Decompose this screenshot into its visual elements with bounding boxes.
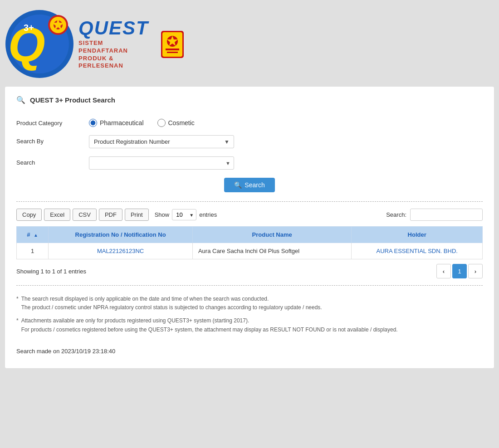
note-star-2: * (16, 317, 19, 334)
csv-button[interactable]: CSV (73, 209, 97, 221)
search-by-label: Search By (16, 135, 89, 145)
cell-reg-no: MAL22126123NC (49, 243, 193, 259)
product-category-label: Product Category (16, 117, 89, 127)
pdf-button[interactable]: PDF (99, 209, 122, 221)
pagination-controls: ‹ 1 › (436, 264, 483, 278)
search-timestamp: Search made on 2023/10/19 23:18:40 (16, 343, 483, 355)
pharmaceutical-label: Pharmaceutical (100, 119, 144, 127)
main-card: 🔍 QUEST 3+ Product Search Product Catego… (5, 86, 494, 369)
search-btn-icon: 🔍 (234, 181, 242, 189)
note-1-line-1: The search result displayed is only appl… (21, 295, 322, 303)
entries-label: entries (199, 211, 217, 218)
card-title: QUEST 3+ Product Search (30, 96, 115, 104)
search-by-control: Product Registration Number Product Name… (89, 135, 483, 148)
table-head: # ▲ Registration No / Notification No Pr… (17, 227, 483, 243)
show-label: Show (155, 211, 170, 218)
col-holder: Holder (352, 227, 483, 243)
radio-pharmaceutical-input[interactable] (89, 119, 97, 127)
svg-rect-12 (166, 49, 179, 50)
entries-select[interactable]: 10 25 50 100 (172, 209, 196, 220)
product-category-controls: Pharmaceutical Cosmetic (89, 117, 483, 127)
product-category-row: Product Category Pharmaceutical Cosmetic (16, 117, 483, 127)
search-input-label: Search (16, 156, 89, 166)
copy-button[interactable]: Copy (16, 209, 42, 221)
footer-notes: * The search result displayed is only ap… (16, 295, 483, 334)
show-entries-area: Show 10 25 50 100 ▼ entries (155, 209, 217, 220)
col-num[interactable]: # ▲ (17, 227, 49, 243)
data-table: # ▲ Registration No / Notification No Pr… (16, 226, 483, 259)
cosmetic-label: Cosmetic (168, 119, 195, 127)
divider-2 (16, 285, 483, 286)
table-search-input[interactable] (410, 209, 483, 221)
cell-num: 1 (17, 243, 49, 259)
logo-subtitle: SISTEM PENDAFTARAN PRODUK & PERLESENAN (78, 39, 154, 70)
note-2-text: Attachments available are only for produ… (21, 317, 398, 334)
radio-cosmetic-input[interactable] (157, 119, 166, 127)
pagination-area: Showing 1 to 1 of 1 entries ‹ 1 › (16, 264, 483, 278)
table-row: 1MAL22126123NCAura Care Sacha Inchi Oil … (17, 243, 483, 259)
holder-link[interactable]: AURA ESSENTIAL SDN. BHD. (377, 248, 458, 254)
col-reg-no: Registration No / Notification No (49, 227, 193, 243)
radio-group: Pharmaceutical Cosmetic (89, 117, 483, 127)
cell-product-name: Aura Care Sacha Inchi Oil Plus Softgel (192, 243, 351, 259)
search-btn-label: Search (245, 181, 264, 189)
logo-text-area: QUEST SISTEM PENDAFTARAN PRODUK & PERLES… (78, 19, 154, 70)
note-1: * The search result displayed is only ap… (16, 295, 483, 312)
table-toolbar: Copy Excel CSV PDF Print Show 10 25 50 1… (16, 209, 483, 221)
logo-area: Q 3+ QUEST SISTEM PENDAFTARAN PRODUK & P… (5, 5, 494, 86)
search-input[interactable] (89, 156, 234, 170)
logo-graphic: Q 3+ (5, 9, 75, 79)
logo-quest-label: QUEST (78, 19, 154, 38)
radio-pharmaceutical[interactable]: Pharmaceutical (89, 119, 144, 127)
search-input-row: Search ▼ (16, 156, 483, 170)
col-product-name: Product Name (192, 227, 351, 243)
pagination-info: Showing 1 to 1 of 1 entries (16, 268, 86, 275)
search-by-select-wrapper: Product Registration Number Product Name… (89, 135, 234, 148)
search-input-control: ▼ (89, 156, 483, 170)
search-button-row: 🔍 Search (16, 178, 483, 192)
svg-text:3+: 3+ (24, 23, 34, 33)
card-header: 🔍 QUEST 3+ Product Search (16, 96, 483, 108)
note-1-line-2: The product / cosmetic under NPRA regula… (21, 303, 322, 312)
note-2-line-1: Attachments available are only for produ… (21, 317, 398, 325)
search-by-select[interactable]: Product Registration Number Product Name… (89, 135, 234, 148)
cell-holder: AURA ESSENTIAL SDN. BHD. (352, 243, 483, 259)
search-button[interactable]: 🔍 Search (224, 178, 274, 192)
print-button[interactable]: Print (125, 209, 149, 221)
note-star-1: * (16, 295, 19, 312)
page-1-button[interactable]: 1 (452, 264, 467, 278)
table-search-label: Search: (386, 211, 406, 218)
sort-icon: ▲ (34, 233, 38, 238)
note-2-line-2: For products / cosmetics registered befo… (21, 326, 398, 334)
note-2: * Attachments available are only for pro… (16, 317, 483, 334)
excel-button[interactable]: Excel (44, 209, 70, 221)
search-icon: 🔍 (16, 96, 25, 104)
note-1-text: The search result displayed is only appl… (21, 295, 322, 312)
logo-emblem (159, 29, 186, 60)
search-by-row: Search By Product Registration Number Pr… (16, 135, 483, 148)
next-page-button[interactable]: › (468, 264, 483, 278)
radio-cosmetic[interactable]: Cosmetic (157, 119, 195, 127)
reg-no-link[interactable]: MAL22126123NC (97, 248, 144, 254)
table-search-area: Search: (386, 209, 483, 221)
entries-wrapper: 10 25 50 100 ▼ (172, 209, 196, 220)
table-body: 1MAL22126123NCAura Care Sacha Inchi Oil … (17, 243, 483, 259)
svg-rect-13 (167, 52, 178, 53)
divider-1 (16, 201, 483, 202)
search-input-wrapper: ▼ (89, 156, 234, 170)
prev-page-button[interactable]: ‹ (436, 264, 451, 278)
table-header-row: # ▲ Registration No / Notification No Pr… (17, 227, 483, 243)
